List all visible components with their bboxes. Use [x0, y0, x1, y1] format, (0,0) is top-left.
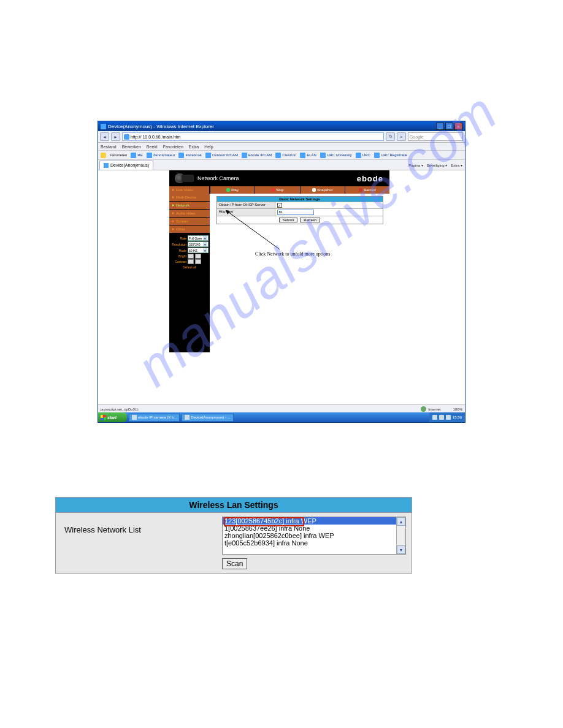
cmd-beveiliging[interactable]: Beveiliging ▾ — [427, 163, 448, 167]
tray-icon[interactable] — [439, 415, 444, 420]
dhcp-checkbox[interactable]: ✓ — [277, 203, 282, 208]
fav-item[interactable]: URC — [356, 153, 370, 158]
play-label: Play — [231, 188, 239, 192]
app-title: Network Camera — [197, 175, 357, 181]
menu-extra[interactable]: Extra — [189, 145, 199, 149]
contrast-minus-button[interactable] — [195, 259, 201, 264]
windows-icon — [101, 415, 106, 420]
fav-item[interactable]: Zendamateur — [147, 153, 175, 158]
browser-window: Device(Anonymous) - Windows Internet Exp… — [98, 121, 465, 423]
fav-item[interactable]: ELAN — [300, 153, 316, 158]
submit-button[interactable]: Submit — [279, 218, 298, 222]
sidebar-label: Network — [176, 203, 190, 207]
maximize-button[interactable]: □ — [445, 123, 453, 130]
sidebar-item-multi-device[interactable]: Multi-Device — [169, 194, 210, 202]
search-box[interactable]: Google — [408, 132, 463, 141]
menu-bestand[interactable]: Bestand — [101, 145, 117, 149]
refresh-button[interactable]: ↻ — [386, 132, 395, 141]
app-icon — [185, 415, 190, 420]
taskbar-button[interactable]: ebode IP camera (X b... — [129, 414, 180, 422]
menu-help[interactable]: Help — [204, 145, 213, 149]
stop-button[interactable]: × — [397, 132, 406, 141]
http-port-input[interactable]: 81 — [277, 210, 314, 215]
start-button[interactable]: start — [98, 412, 127, 422]
sidebar-item-live-video[interactable]: Live Video — [169, 186, 210, 194]
menu-bewerken[interactable]: Bewerken — [122, 145, 141, 149]
security-zone[interactable]: Internet — [421, 406, 440, 412]
close-button[interactable]: × — [454, 123, 462, 130]
scroll-down-button[interactable]: ▾ — [397, 545, 405, 554]
fav-item[interactable]: RE — [131, 153, 142, 158]
scrollbar[interactable]: ▴ ▾ — [396, 517, 405, 554]
sidebar-item-other[interactable]: Other — [169, 226, 210, 233]
fav-item[interactable]: URC University — [320, 153, 352, 158]
stop-icon — [271, 188, 275, 192]
page-content: Network Camera ebode Live Video Play Sto… — [98, 170, 465, 415]
default-all-link[interactable]: Default all — [170, 265, 209, 269]
snapshot-button[interactable]: Snapshot — [300, 186, 345, 194]
tray-icon[interactable] — [446, 415, 451, 420]
taskbar-button[interactable]: Device(Anonymous) - ... — [182, 414, 233, 422]
window-titlebar: Device(Anonymous) - Windows Internet Exp… — [98, 121, 465, 131]
mode-select[interactable]: 60 HZ▾ — [188, 248, 209, 253]
refresh-button[interactable]: Refresh — [300, 218, 320, 222]
rate-label: Rate — [170, 237, 186, 240]
tray-icon[interactable] — [432, 415, 437, 420]
row-label: Obtain IP from DHCP Server — [217, 202, 275, 208]
globe-icon — [124, 134, 129, 140]
fav-item[interactable]: Ebode IPCAM — [242, 153, 272, 158]
search-placeholder: Google — [410, 135, 424, 139]
tab-icon — [104, 163, 109, 168]
fav-icon — [205, 153, 211, 158]
main-pane: Basic Network Settings Obtain IP from DH… — [210, 194, 389, 352]
rate-select[interactable]: Full-Spee▾ — [188, 235, 209, 241]
record-button[interactable]: Record — [345, 186, 389, 194]
fav-item[interactable]: Outdoor IPCAM — [205, 153, 238, 158]
resolution-select[interactable]: 320*240▾ — [188, 241, 209, 247]
fav-text: URC Registratie — [381, 153, 407, 157]
wireless-network-listbox[interactable]: 123[002586745b2c] infra WEP 1[00258637ee… — [222, 517, 406, 555]
row-label: Http Port — [217, 209, 275, 216]
sidebar-item-system[interactable]: System — [169, 218, 210, 226]
clock: 15:56 — [453, 415, 462, 419]
sidebar-item-audio-video[interactable]: Audio video — [169, 210, 210, 218]
list-item[interactable]: t[e005c52b6934] infra None — [223, 539, 405, 547]
back-button[interactable]: ◄ — [100, 132, 109, 141]
play-button[interactable]: Play — [210, 186, 255, 194]
contrast-plus-button[interactable] — [188, 259, 194, 264]
scroll-up-button[interactable]: ▴ — [397, 517, 405, 526]
list-item[interactable]: zhonglian[0025862c0bee] infra WEP — [223, 532, 405, 539]
menu-beeld[interactable]: Beeld — [147, 145, 158, 149]
fav-item[interactable]: Facebook — [178, 153, 201, 158]
fav-text: Crestron — [282, 153, 296, 157]
fav-text: ELAN — [307, 153, 316, 157]
bright-plus-button[interactable] — [188, 254, 194, 259]
menu-favorieten[interactable]: Favorieten — [163, 145, 183, 149]
fav-item[interactable]: URC Registratie — [374, 153, 407, 158]
snapshot-icon — [312, 188, 316, 192]
address-bar[interactable]: http:// 10.0.0.68 /main.htm — [122, 132, 384, 141]
cmd-extra[interactable]: Extra ▾ — [451, 163, 462, 167]
zone-label: Internet — [428, 408, 440, 411]
tab-device[interactable]: Device(Anonymous) — [99, 161, 153, 170]
fav-icon — [374, 153, 380, 158]
scan-button[interactable]: Scan — [222, 558, 247, 569]
rate-value: Full-Spee — [189, 237, 202, 240]
control-panel: RateFull-Spee▾ Resolution320*240▾ Mode60… — [169, 233, 210, 271]
cmd-pagina[interactable]: Pagina ▾ — [408, 163, 423, 167]
camera-icon — [173, 172, 194, 186]
panel-header: Wireless Lan Settings — [55, 497, 412, 513]
star-icon[interactable] — [101, 153, 106, 158]
stop-button[interactable]: Stop — [255, 186, 299, 194]
sidebar-item-network[interactable]: Network — [169, 202, 210, 210]
minimize-button[interactable]: _ — [436, 123, 444, 130]
status-bar: javascript:set_upDoX(); Internet 100% — [98, 404, 465, 413]
list-item[interactable]: 123[002586745b2c] infra WEP — [223, 517, 405, 525]
bright-minus-button[interactable] — [195, 254, 201, 259]
list-item[interactable]: 1[00258637ee26] infra None — [223, 525, 405, 532]
zoom-level[interactable]: 100% — [453, 408, 462, 411]
fav-icon — [356, 153, 361, 158]
ie-icon — [101, 124, 106, 129]
forward-button[interactable]: ► — [111, 132, 120, 141]
fav-item[interactable]: Crestron — [275, 153, 296, 158]
